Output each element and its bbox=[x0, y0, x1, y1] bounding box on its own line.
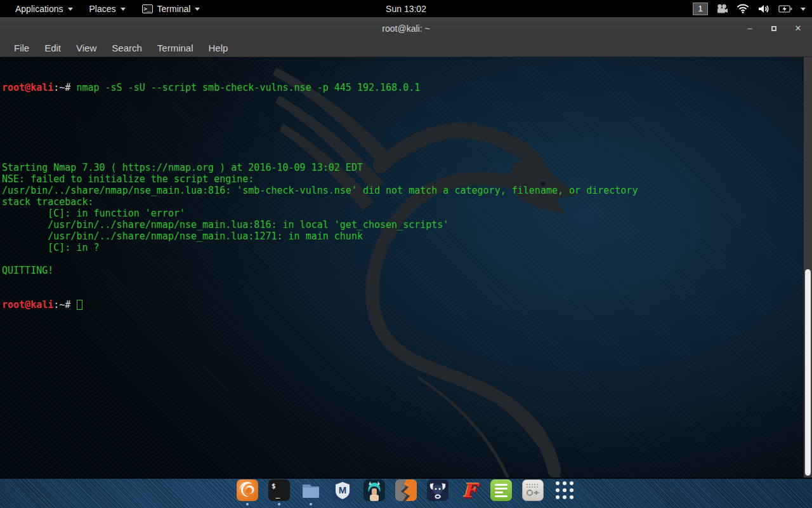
dock-item-firefox[interactable] bbox=[237, 479, 258, 505]
files-icon bbox=[300, 479, 322, 501]
terminal-viewport[interactable]: root@kali:~# nmap -sS -sU --script smb-c… bbox=[0, 57, 812, 478]
terminal-appmenu-label: Terminal bbox=[157, 4, 191, 14]
screen-recorder-icon[interactable] bbox=[716, 4, 728, 14]
output-line: [C]: in ? bbox=[2, 242, 802, 253]
menubar-item[interactable]: Search bbox=[105, 41, 148, 55]
clock-label[interactable]: Sun 13:02 bbox=[386, 4, 426, 14]
running-indicator bbox=[278, 503, 280, 505]
scrollbar-thumb[interactable] bbox=[805, 269, 811, 476]
tweak-tool-icon bbox=[522, 479, 544, 501]
dock: $ _ M F bbox=[0, 479, 812, 505]
typed-command: nmap -sS -sU --script smb-check-vulns.ns… bbox=[76, 82, 420, 93]
prompt-user: root@kali bbox=[2, 299, 53, 311]
close-button[interactable]: ✕ bbox=[793, 23, 803, 33]
menubar-item[interactable]: Terminal bbox=[151, 41, 200, 55]
dock-item-armitage[interactable] bbox=[363, 479, 385, 505]
window-title: root@kali: ~ bbox=[382, 23, 429, 34]
burpsuite-icon bbox=[395, 479, 417, 501]
menubar-item[interactable]: View bbox=[70, 41, 103, 55]
terminal-icon: >_ bbox=[142, 4, 153, 13]
menubar-item[interactable]: Edit bbox=[38, 41, 67, 55]
prompt-user: root@kali bbox=[2, 82, 53, 93]
places-menu-label: Places bbox=[89, 4, 116, 14]
faraday-icon: F bbox=[459, 479, 480, 501]
chevron-down-icon bbox=[195, 8, 200, 11]
maximize-button[interactable] bbox=[769, 23, 779, 33]
output-line: stack traceback: bbox=[2, 196, 802, 208]
current-prompt-line: root@kali:~# bbox=[2, 299, 802, 311]
terminal-icon: $ _ bbox=[268, 479, 290, 501]
command-line: root@kali:~# nmap -sS -sU --script smb-c… bbox=[2, 82, 802, 93]
dock-item-show-applications[interactable] bbox=[554, 479, 575, 505]
show-applications-icon bbox=[554, 479, 575, 501]
battery-charging-icon[interactable] bbox=[778, 4, 792, 13]
output-line: /usr/bin/../share/nmap/nse_main.lua:816:… bbox=[2, 185, 802, 196]
output-line bbox=[2, 150, 802, 162]
metasploit-icon: M bbox=[332, 479, 353, 501]
running-indicator bbox=[310, 503, 312, 505]
dock-item-burpsuite[interactable] bbox=[395, 479, 417, 505]
output-line: [C]: in function 'error' bbox=[2, 208, 802, 219]
armitage-icon bbox=[363, 479, 385, 501]
dock-item-leafpad[interactable] bbox=[490, 479, 512, 505]
prompt-symbol: :~# bbox=[53, 82, 76, 93]
prompt-symbol: :~# bbox=[53, 299, 76, 311]
dock-item-metasploit[interactable]: M bbox=[332, 479, 353, 505]
volume-icon[interactable] bbox=[757, 4, 770, 14]
menubar-item[interactable]: File bbox=[8, 41, 36, 55]
window-titlebar[interactable]: root@kali: ~ – ✕ bbox=[0, 17, 812, 39]
output-line: /usr/bin/../share/nmap/nse_main.lua:1271… bbox=[2, 231, 802, 242]
terminal-scrollbar[interactable] bbox=[804, 57, 812, 478]
terminal-appmenu[interactable]: >_ Terminal bbox=[136, 0, 207, 17]
beef-icon bbox=[427, 479, 449, 501]
output-line bbox=[2, 253, 802, 265]
places-menu[interactable]: Places bbox=[83, 0, 132, 17]
running-indicator bbox=[246, 503, 249, 505]
leafpad-icon bbox=[490, 479, 512, 501]
applications-menu-label: Applications bbox=[15, 4, 63, 14]
applications-menu[interactable]: Applications bbox=[9, 0, 79, 17]
menubar-item[interactable]: Help bbox=[202, 41, 235, 55]
workspace-indicator[interactable]: 1 bbox=[693, 3, 708, 15]
wifi-icon[interactable] bbox=[737, 4, 749, 13]
output-line: QUITTING! bbox=[2, 265, 802, 276]
chevron-down-icon bbox=[68, 8, 73, 11]
firefox-icon bbox=[237, 479, 258, 501]
chevron-down-icon[interactable] bbox=[801, 8, 806, 11]
dock-item-faraday[interactable]: F bbox=[459, 479, 480, 505]
dock-item-beef[interactable] bbox=[427, 479, 449, 505]
terminal-output: root@kali:~# nmap -sS -sU --script smb-c… bbox=[2, 59, 802, 333]
terminal-cursor bbox=[77, 300, 82, 310]
output-lines: Starting Nmap 7.30 ( https://nmap.org ) … bbox=[2, 116, 802, 276]
dock-item-files[interactable] bbox=[300, 479, 322, 505]
terminal-menubar: FileEditViewSearchTerminalHelp bbox=[0, 39, 812, 57]
output-line: Starting Nmap 7.30 ( https://nmap.org ) … bbox=[2, 162, 802, 173]
dock-item-terminal[interactable]: $ _ bbox=[268, 479, 290, 505]
minimize-button[interactable]: – bbox=[745, 23, 755, 33]
gnome-top-bar: Applications Places >_ Terminal Sun 13:0… bbox=[0, 0, 812, 17]
output-line: NSE: failed to initialize the script eng… bbox=[2, 173, 802, 185]
output-line: /usr/bin/../share/nmap/nse_main.lua:816:… bbox=[2, 219, 802, 231]
svg-text:M: M bbox=[339, 485, 347, 495]
maximize-icon bbox=[771, 26, 776, 31]
dock-item-tweak-tool[interactable] bbox=[522, 479, 544, 505]
chevron-down-icon bbox=[121, 8, 126, 11]
